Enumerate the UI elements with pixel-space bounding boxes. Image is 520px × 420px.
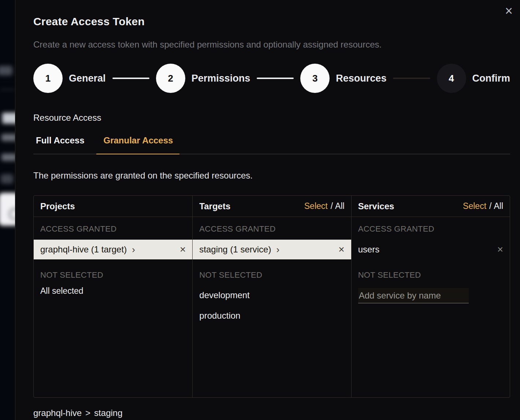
remove-service-icon[interactable]: × xyxy=(497,244,503,255)
step-general[interactable]: 1 General xyxy=(33,64,106,93)
granted-project-row[interactable]: graphql-hive (1 target) › × xyxy=(34,240,192,259)
projects-column-body: ACCESS GRANTED graphql-hive (1 target) ›… xyxy=(34,217,192,296)
step-number-circle: 1 xyxy=(33,64,63,93)
access-granted-label: ACCESS GRANTED xyxy=(193,224,351,234)
not-selected-label: NOT SELECTED xyxy=(193,270,351,280)
targets-column-body: ACCESS GRANTED staging (1 service) › × N… xyxy=(193,217,351,321)
services-all-link[interactable]: All xyxy=(494,201,503,211)
column-title: Services xyxy=(358,201,394,211)
step-confirm[interactable]: 4 Confirm xyxy=(437,64,510,93)
services-column-body: ACCESS GRANTED users × NOT SELECTED xyxy=(352,217,510,303)
granular-access-description: The permissions are granted on the speci… xyxy=(33,170,510,181)
remove-target-icon[interactable]: × xyxy=(338,244,344,255)
step-number-circle: 2 xyxy=(156,64,185,93)
blurred-divider xyxy=(0,89,15,90)
blurred-text xyxy=(1,134,15,141)
blurred-icon xyxy=(1,174,13,184)
granted-target-row[interactable]: staging (1 service) › × xyxy=(193,240,351,259)
granted-service-row: users × xyxy=(352,240,510,259)
step-number-circle: 4 xyxy=(437,64,466,93)
targets-select-all: Select/All xyxy=(304,201,345,211)
projects-column-header: Projects xyxy=(34,196,192,217)
step-label: General xyxy=(69,73,106,84)
breadcrumb: graphql-hive>staging xyxy=(33,408,510,418)
create-access-token-dialog: × Create Access Token Create a new acces… xyxy=(15,0,520,420)
granted-service-label: users xyxy=(358,244,380,255)
step-permissions[interactable]: 2 Permissions xyxy=(156,64,250,93)
breadcrumb-target: staging xyxy=(94,408,122,418)
services-column: Services Select/All ACCESS GRANTED users… xyxy=(351,196,510,397)
tab-full-access[interactable]: Full Access xyxy=(33,135,88,154)
services-select-all: Select/All xyxy=(463,201,503,211)
close-icon[interactable]: × xyxy=(502,3,516,19)
wizard-stepper: 1 General 2 Permissions 3 Resources 4 Co… xyxy=(33,64,510,93)
targets-column: Targets Select/All ACCESS GRANTED stagin… xyxy=(192,196,351,397)
projects-column: Projects ACCESS GRANTED graphql-hive (1 … xyxy=(34,196,192,397)
background-page-blurred xyxy=(0,0,15,420)
targets-select-link[interactable]: Select xyxy=(304,201,328,211)
not-selected-label: NOT SELECTED xyxy=(352,270,510,280)
blurred-text xyxy=(1,154,15,161)
access-mode-tabs: Full Access Granular Access xyxy=(33,135,510,154)
target-option-production[interactable]: production xyxy=(193,311,351,321)
select-all-separator: / xyxy=(331,201,333,211)
targets-column-header: Targets Select/All xyxy=(193,196,351,217)
all-selected-status: All selected xyxy=(34,286,192,296)
chevron-right-icon: › xyxy=(276,245,279,254)
dialog-title: Create Access Token xyxy=(33,15,510,28)
stepper-connector xyxy=(112,78,149,79)
services-select-link[interactable]: Select xyxy=(463,201,486,211)
step-label: Permissions xyxy=(192,73,250,84)
access-granted-label: ACCESS GRANTED xyxy=(34,224,192,234)
step-label: Confirm xyxy=(472,73,510,84)
resources-table: Projects ACCESS GRANTED graphql-hive (1 … xyxy=(33,195,510,398)
remove-project-icon[interactable]: × xyxy=(180,244,186,255)
access-granted-label: ACCESS GRANTED xyxy=(352,224,510,234)
add-service-input[interactable] xyxy=(358,288,469,303)
blurred-nav-item xyxy=(0,66,12,75)
select-all-separator: / xyxy=(489,201,491,211)
targets-all-link[interactable]: All xyxy=(335,201,345,211)
step-number-circle: 3 xyxy=(300,64,330,93)
granted-target-label: staging (1 service) xyxy=(199,244,271,255)
not-selected-label: NOT SELECTED xyxy=(34,270,192,280)
stepper-connector xyxy=(393,78,430,79)
target-option-development[interactable]: development xyxy=(193,290,351,300)
granted-project-label: graphql-hive (1 target) xyxy=(40,244,127,255)
tab-granular-access[interactable]: Granular Access xyxy=(96,135,180,154)
column-title: Targets xyxy=(199,201,230,211)
resource-access-heading: Resource Access xyxy=(33,113,510,123)
step-label: Resources xyxy=(336,73,386,84)
blurred-heading xyxy=(2,113,15,124)
breadcrumb-project: graphql-hive xyxy=(33,408,82,418)
dialog-subtitle: Create a new access token with specified… xyxy=(33,40,510,50)
column-title: Projects xyxy=(40,201,75,211)
breadcrumb-separator: > xyxy=(85,408,90,418)
services-column-header: Services Select/All xyxy=(352,196,510,217)
stepper-connector xyxy=(257,78,294,79)
step-resources[interactable]: 3 Resources xyxy=(300,64,386,93)
chevron-right-icon: › xyxy=(132,245,135,254)
